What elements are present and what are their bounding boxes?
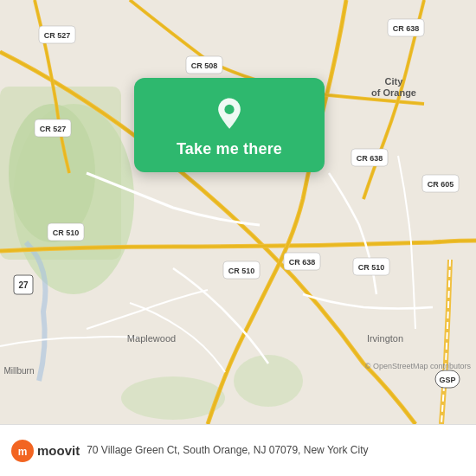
map-container: CR 527 CR 508 CR 638 CR 527 CR 638 CR 60… <box>0 0 476 424</box>
moovit-brand-icon: m <box>10 439 35 463</box>
svg-text:GSP: GSP <box>439 376 455 384</box>
svg-text:CR 510: CR 510 <box>228 267 255 275</box>
svg-text:CR 605: CR 605 <box>428 180 454 189</box>
svg-text:Irvington: Irvington <box>367 333 403 344</box>
svg-text:of Orange: of Orange <box>371 87 416 98</box>
osm-attribution: © OpenStreetMap contributors <box>365 362 471 370</box>
moovit-logo: m moovit <box>10 439 80 463</box>
moovit-logo-text: moovit <box>37 443 80 458</box>
svg-text:CR 527: CR 527 <box>44 31 71 40</box>
svg-text:City: City <box>385 76 404 87</box>
map-svg: CR 527 CR 508 CR 638 CR 527 CR 638 CR 60… <box>0 0 476 424</box>
svg-point-36 <box>224 105 234 114</box>
svg-text:27: 27 <box>18 280 29 290</box>
svg-text:Millburn: Millburn <box>3 366 34 376</box>
address-text: 70 Village Green Ct, South Orange, NJ 07… <box>87 444 466 458</box>
svg-text:CR 508: CR 508 <box>191 61 218 70</box>
bottom-bar: m moovit 70 Village Green Ct, South Oran… <box>0 424 476 476</box>
svg-text:Maplewood: Maplewood <box>127 333 176 344</box>
location-pin-icon <box>212 97 247 132</box>
svg-text:CR 638: CR 638 <box>393 24 420 33</box>
svg-text:CR 510: CR 510 <box>53 228 80 237</box>
svg-text:m: m <box>18 446 28 458</box>
svg-text:CR 638: CR 638 <box>289 258 316 267</box>
svg-text:CR 510: CR 510 <box>358 263 385 272</box>
svg-text:CR 638: CR 638 <box>357 154 383 163</box>
take-me-there-button[interactable]: Take me there <box>177 140 282 158</box>
tooltip-card[interactable]: Take me there <box>134 78 325 172</box>
svg-text:CR 527: CR 527 <box>40 125 67 133</box>
